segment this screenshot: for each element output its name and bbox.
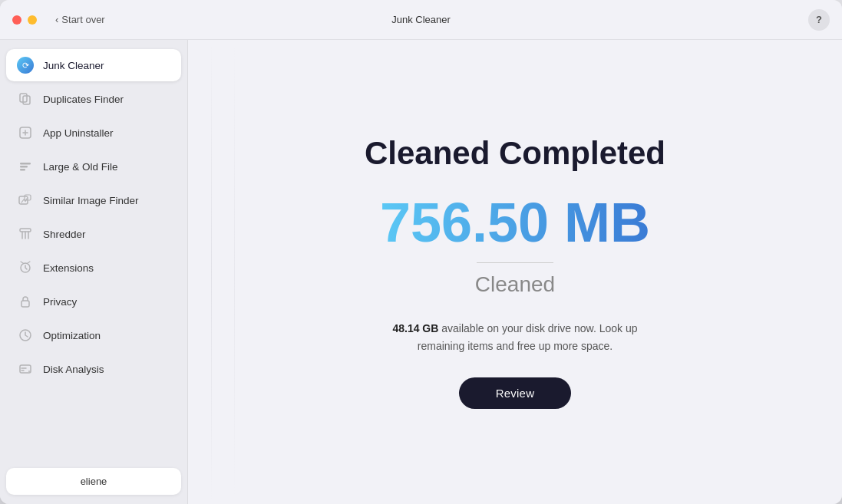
similar-image-finder-icon [17,192,34,209]
sidebar-label-extensions: Extensions [43,262,94,274]
junk-cleaner-icon [17,57,34,74]
sidebar-label-optimization: Optimization [43,330,101,341]
sidebar-label-privacy: Privacy [43,296,77,308]
window-title: Junk Cleaner [391,14,451,25]
chevron-left-icon: ‹ [55,14,58,25]
sidebar: Junk Cleaner Duplicates Finder [0,40,188,504]
sidebar-item-large-old-file[interactable]: Large & Old File [6,150,181,183]
title-bar: ‹ Start over Junk Cleaner ? [0,0,842,40]
sidebar-label-duplicates-finder: Duplicates Finder [43,94,124,105]
sidebar-item-app-uninstaller[interactable]: App Uninstaller [6,117,181,149]
sidebar-item-privacy[interactable]: Privacy [6,285,181,318]
disk-info-message: available on your disk drive now. Look u… [418,322,638,351]
sidebar-label-app-uninstaller: App Uninstaller [43,127,114,139]
user-profile[interactable]: eliene [6,468,181,495]
sidebar-item-junk-cleaner[interactable]: Junk Cleaner [6,49,181,81]
duplicates-finder-icon [17,91,34,107]
sidebar-item-shredder[interactable]: Shredder [6,218,181,250]
app-window: ‹ Start over Junk Cleaner ? Junk Cleaner [0,0,842,504]
privacy-icon [17,293,34,310]
close-button[interactable] [12,15,21,25]
sidebar-label-disk-analysis: Disk Analysis [43,364,104,375]
sidebar-label-similar-image-finder: Similar Image Finder [43,195,139,206]
help-button[interactable]: ? [808,9,830,31]
shredder-icon [17,226,34,242]
sidebar-item-optimization[interactable]: Optimization [6,319,181,351]
amount-divider [477,262,553,263]
main-panel: Cleaned Completed 756.50 MB Cleaned 48.1… [188,40,842,504]
disk-analysis-icon [17,361,34,377]
extensions-icon [17,259,34,276]
start-over-button[interactable]: ‹ Start over [55,14,105,25]
traffic-lights [12,15,37,25]
sidebar-label-shredder: Shredder [43,229,86,240]
sidebar-item-extensions[interactable]: Extensions [6,252,181,284]
cleaned-amount: 756.50 MB [380,195,650,250]
main-content: Junk Cleaner Duplicates Finder [0,40,842,504]
large-old-file-icon [17,158,34,175]
sidebar-item-duplicates-finder[interactable]: Duplicates Finder [6,83,181,115]
sidebar-nav: Junk Cleaner Duplicates Finder [6,49,181,462]
svg-rect-5 [20,169,25,171]
app-uninstaller-icon [17,124,34,141]
svg-rect-4 [20,166,28,168]
minimize-button[interactable] [28,15,37,25]
sidebar-label-large-old-file: Large & Old File [43,161,118,173]
sidebar-item-similar-image-finder[interactable]: Similar Image Finder [6,184,181,216]
disk-available: 48.14 GB [392,322,438,334]
cleaned-label: Cleaned [475,272,555,297]
svg-rect-3 [20,163,31,165]
review-button[interactable]: Review [459,377,571,409]
sidebar-item-disk-analysis[interactable]: Disk Analysis [6,353,181,385]
svg-rect-9 [21,301,29,307]
username: eliene [81,476,107,487]
svg-point-12 [28,371,30,372]
disk-info: 48.14 GB available on your disk drive no… [385,320,646,354]
sidebar-label-junk-cleaner: Junk Cleaner [43,60,104,71]
optimization-icon [17,327,34,344]
completion-title: Cleaned Completed [365,135,665,172]
